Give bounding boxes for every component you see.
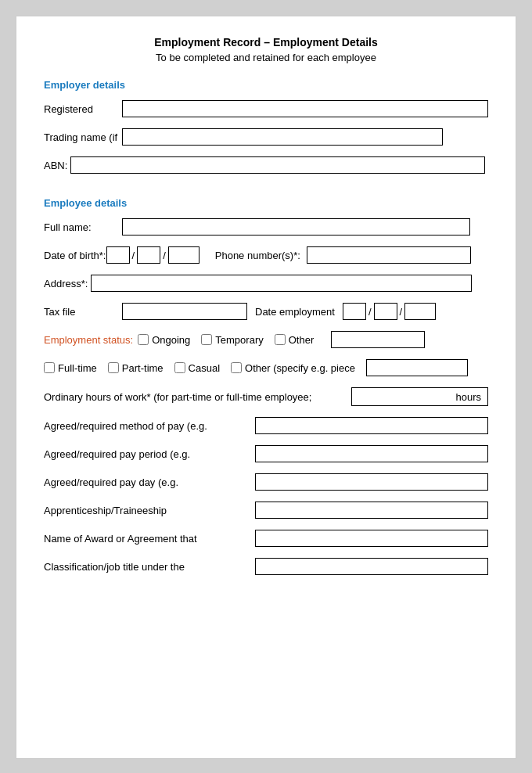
employee-heading: Employee details xyxy=(44,197,488,209)
registered-input[interactable] xyxy=(122,100,488,117)
award-label: Name of Award or Agreement that xyxy=(44,533,255,545)
casual-checkbox[interactable] xyxy=(174,362,185,373)
registered-label: Registered xyxy=(44,103,122,115)
ordinary-hours-row: Ordinary hours of work* (for part-time o… xyxy=(44,387,488,406)
fulltime-checkbox[interactable] xyxy=(44,362,55,373)
pay-period-row: Agreed/required pay period (e.g. xyxy=(44,445,488,462)
classification-label: Classification/job title under the xyxy=(44,561,255,573)
trading-row: Trading name (if xyxy=(44,128,488,146)
work-type-checkboxes: Full-time Part-time Casual Other (specif… xyxy=(44,362,366,374)
phone-label: Phone number(s)*: xyxy=(215,250,300,261)
address-row: Address*: xyxy=(44,275,488,292)
casual-label: Casual xyxy=(189,362,220,374)
ongoing-label: Ongoing xyxy=(152,334,190,346)
fullname-label: Full name: xyxy=(44,221,122,233)
other-status-checkbox-item: Other xyxy=(275,334,315,346)
status-checkboxes: Ongoing Temporary Other xyxy=(138,334,325,346)
abn-row: ABN: xyxy=(44,156,488,174)
pay-day-row: Agreed/required pay day (e.g. xyxy=(44,473,488,491)
form-page: Employment Record – Employment Details T… xyxy=(16,16,516,759)
pay-method-row: Agreed/required method of pay (e.g. xyxy=(44,417,488,434)
dob-label: Date of birth*: xyxy=(44,250,106,261)
temporary-checkbox-item: Temporary xyxy=(201,334,263,346)
other-status-label: Other xyxy=(289,334,315,346)
other-status-checkbox[interactable] xyxy=(275,334,286,345)
work-type-row: Full-time Part-time Casual Other (specif… xyxy=(44,359,488,376)
address-label: Address*: xyxy=(44,278,88,289)
award-row: Name of Award or Agreement that xyxy=(44,530,488,547)
employ-slash1: / xyxy=(368,306,372,318)
award-input[interactable] xyxy=(255,530,488,547)
pay-period-input[interactable] xyxy=(255,445,488,462)
apprenticeship-input[interactable] xyxy=(255,502,488,519)
employ-month-input[interactable] xyxy=(374,303,397,320)
dob-year-input[interactable] xyxy=(168,246,200,264)
other-specify-input[interactable] xyxy=(366,359,468,376)
tax-date-row: Tax file Date employment / / xyxy=(44,303,488,320)
dob-phone-row: Date of birth*: / / Phone number(s)*: xyxy=(44,246,488,264)
apprenticeship-label: Apprenticeship/Traineeship xyxy=(44,505,255,516)
dob-slash2: / xyxy=(163,250,166,261)
dob-slash1: / xyxy=(132,250,135,261)
parttime-checkbox-item: Part-time xyxy=(108,362,164,374)
parttime-label: Part-time xyxy=(122,362,164,374)
fullname-input[interactable] xyxy=(122,218,470,235)
temporary-label: Temporary xyxy=(215,334,263,346)
page-title: Employment Record – Employment Details xyxy=(44,36,488,49)
fullname-row: Full name: xyxy=(44,218,488,235)
abn-label: ABN: xyxy=(44,160,67,171)
hours-text: hours xyxy=(455,391,481,403)
classification-row: Classification/job title under the xyxy=(44,558,488,575)
pay-method-input[interactable] xyxy=(255,417,488,434)
phone-input[interactable] xyxy=(307,246,471,264)
status-other-input[interactable] xyxy=(331,331,425,348)
pay-period-label: Agreed/required pay period (e.g. xyxy=(44,448,255,460)
status-label: Employment status: xyxy=(44,334,133,346)
fulltime-label: Full-time xyxy=(58,362,97,374)
ongoing-checkbox-item: Ongoing xyxy=(138,334,190,346)
tax-input[interactable] xyxy=(122,303,247,320)
employer-heading: Employer details xyxy=(44,79,488,91)
fulltime-checkbox-item: Full-time xyxy=(44,362,97,374)
employment-status-row: Employment status: Ongoing Temporary Oth… xyxy=(44,331,488,348)
registered-row: Registered xyxy=(44,100,488,117)
other-specify-label: Other (specify e.g. piece xyxy=(245,362,355,374)
parttime-checkbox[interactable] xyxy=(108,362,119,373)
pay-method-label: Agreed/required method of pay (e.g. xyxy=(44,420,255,432)
pay-day-input[interactable] xyxy=(255,473,488,491)
dob-day-input[interactable] xyxy=(106,246,130,264)
employ-day-input[interactable] xyxy=(343,303,366,320)
other-worktype-checkbox[interactable] xyxy=(231,362,242,373)
abn-input[interactable] xyxy=(70,156,485,174)
classification-input[interactable] xyxy=(255,558,488,575)
ordinary-hours-label: Ordinary hours of work* (for part-time o… xyxy=(44,391,351,403)
hours-input[interactable] xyxy=(404,391,451,403)
trading-label: Trading name (if xyxy=(44,131,122,143)
employ-year-input[interactable] xyxy=(404,303,436,320)
tax-label: Tax file xyxy=(44,306,122,318)
ongoing-checkbox[interactable] xyxy=(138,334,149,345)
other-worktype-checkbox-item: Other (specify e.g. piece xyxy=(231,362,355,374)
temporary-checkbox[interactable] xyxy=(201,334,212,345)
casual-checkbox-item: Casual xyxy=(174,362,220,374)
employ-slash2: / xyxy=(400,306,403,318)
trading-input[interactable] xyxy=(122,128,443,146)
date-employ-label: Date employment xyxy=(255,306,335,318)
dob-month-input[interactable] xyxy=(137,246,160,264)
apprenticeship-row: Apprenticeship/Traineeship xyxy=(44,502,488,519)
page-subtitle: To be completed and retained for each em… xyxy=(44,52,488,63)
pay-day-label: Agreed/required pay day (e.g. xyxy=(44,476,255,488)
address-input[interactable] xyxy=(91,275,472,292)
hours-input-wrap: hours xyxy=(351,387,488,406)
